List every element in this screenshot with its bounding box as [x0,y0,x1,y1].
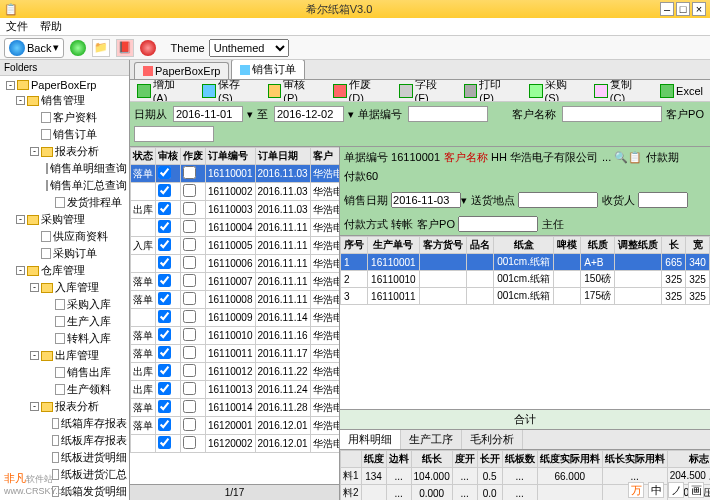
tree-node[interactable]: -报表分析 [2,398,127,415]
tree-node[interactable]: 采购入库 [2,296,127,313]
po-input[interactable] [134,126,214,142]
tree-node[interactable]: 纸板库存报表 [2,432,127,449]
void-checkbox[interactable] [183,436,196,449]
audit-checkbox[interactable] [158,220,171,233]
order-list-grid[interactable]: 状态审核作废订单编号订单日期客户落单161100012016.11.03华浩电1… [130,147,339,484]
order-row[interactable]: 落单161100102016.11.16华浩电 [131,327,340,345]
toolbar-btn-3[interactable] [140,40,156,56]
void-checkbox[interactable] [183,202,196,215]
audit-checkbox[interactable] [158,310,171,323]
void-checkbox[interactable] [183,364,196,377]
fields-button[interactable]: 字段(F) [396,80,453,102]
line-row[interactable]: 116110001001cm.纸箱A+B665340 [341,254,710,271]
btab-material[interactable]: 用料明细 [340,430,401,449]
date-to-input[interactable] [274,106,344,122]
purchase-button[interactable]: 采购(S) [526,80,583,102]
tree-node[interactable]: 采购订单 [2,245,127,262]
order-row[interactable]: 落单161100142016.11.28华浩电 [131,399,340,417]
tree-root[interactable]: -PaperBoxErp [2,78,127,92]
tree-node[interactable]: 纸箱库存报表 [2,415,127,432]
lookup-button[interactable]: ... 🔍📋 [602,151,642,164]
back-button[interactable]: Back ▾ [4,38,64,58]
audit-checkbox[interactable] [158,418,171,431]
forward-button[interactable] [70,40,86,56]
order-row[interactable]: 落单161100072016.11.11华浩电 [131,273,340,291]
copy-button[interactable]: 复制(C) [591,80,649,102]
order-row[interactable]: 落单161200012016.12.01华浩电 [131,417,340,435]
void-checkbox[interactable] [183,400,196,413]
date-btn-2[interactable]: ▾ [348,108,354,121]
void-checkbox[interactable] [183,382,196,395]
order-row[interactable]: 161100022016.11.03华浩电 [131,183,340,201]
tree-node[interactable]: 发货排程单 [2,194,127,211]
order-row[interactable]: 出库161100032016.11.03华浩电 [131,201,340,219]
ime-4[interactable]: 画 [688,482,704,498]
line-row[interactable]: 316110011001cm.纸箱175磅325325 [341,288,710,305]
audit-checkbox[interactable] [158,382,171,395]
tree-node[interactable]: 纸箱发货明细 [2,483,127,500]
tab-paperboxerp[interactable]: PaperBoxErp [134,62,229,79]
save-button[interactable]: 保存(S) [199,80,256,102]
tree-node[interactable]: 销售订单 [2,126,127,143]
tab-sales-order[interactable]: 销售订单 [231,60,305,79]
excel-button[interactable]: Excel [657,83,706,99]
order-row[interactable]: 161100042016.11.11华浩电 [131,219,340,237]
line-items-grid[interactable]: 序号生产单号客方货号品名纸盒啤模纸质调整纸质长宽116110001001cm.纸… [340,236,710,409]
ime-1[interactable]: 万 [628,482,644,498]
audit-checkbox[interactable] [158,184,171,197]
tree-node[interactable]: 纸板进货汇总 [2,466,127,483]
tree-node[interactable]: 客户资料 [2,109,127,126]
void-checkbox[interactable] [183,328,196,341]
btab-profit[interactable]: 毛利分析 [462,430,523,449]
add-button[interactable]: 增加(A) [134,80,191,102]
void-checkbox[interactable] [183,166,196,179]
line-row[interactable]: 216110010001cm.纸箱150磅325325 [341,271,710,288]
void-checkbox[interactable] [183,184,196,197]
audit-checkbox[interactable] [158,238,171,251]
order-row[interactable]: 161100092016.11.14华浩电 [131,309,340,327]
audit-button[interactable]: 审核(P) [265,80,322,102]
toolbar-btn-1[interactable]: 📁 [92,39,110,57]
audit-checkbox[interactable] [158,400,171,413]
order-row[interactable]: 出库161100122016.11.22华浩电 [131,363,340,381]
void-checkbox[interactable] [183,292,196,305]
btab-process[interactable]: 生产工序 [401,430,462,449]
detail-recv[interactable] [638,192,688,208]
tree-node[interactable]: 转料入库 [2,330,127,347]
tree-node[interactable]: 销售出库 [2,364,127,381]
close-button[interactable]: × [692,2,706,16]
void-checkbox[interactable] [183,238,196,251]
tree-node[interactable]: -销售管理 [2,92,127,109]
audit-checkbox[interactable] [158,256,171,269]
ime-3[interactable]: ノ [668,482,684,498]
audit-checkbox[interactable] [158,346,171,359]
print-button[interactable]: 打印(P) [461,80,518,102]
tree-node[interactable]: 纸板进货明细 [2,449,127,466]
order-row[interactable]: 161200022016.12.01华浩电 [131,435,340,453]
tree-node[interactable]: 供应商资料 [2,228,127,245]
minimize-button[interactable]: – [660,2,674,16]
tree-node[interactable]: -出库管理 [2,347,127,364]
audit-checkbox[interactable] [158,202,171,215]
order-row[interactable]: 入库161100052016.11.11华浩电 [131,237,340,255]
date-from-input[interactable] [173,106,243,122]
tree-node[interactable]: -入库管理 [2,279,127,296]
detail-po[interactable] [458,216,538,232]
order-row[interactable]: 出库161100132016.11.24华浩电 [131,381,340,399]
void-checkbox[interactable] [183,274,196,287]
audit-checkbox[interactable] [158,364,171,377]
tree-node[interactable]: -仓库管理 [2,262,127,279]
menu-file[interactable]: 文件 [6,19,28,34]
tree-node[interactable]: 生产入库 [2,313,127,330]
maximize-button[interactable]: □ [676,2,690,16]
audit-checkbox[interactable] [158,274,171,287]
void-checkbox[interactable] [183,346,196,359]
date-btn-1[interactable]: ▾ [247,108,253,121]
audit-checkbox[interactable] [158,166,171,179]
void-checkbox[interactable] [183,220,196,233]
void-button[interactable]: 作废(D) [330,80,388,102]
audit-checkbox[interactable] [158,292,171,305]
tree-node[interactable]: 销售单汇总查询 [2,177,127,194]
order-row[interactable]: 落单161100012016.11.03华浩电 [131,165,340,183]
order-row[interactable]: 落单161100112016.11.17华浩电 [131,345,340,363]
